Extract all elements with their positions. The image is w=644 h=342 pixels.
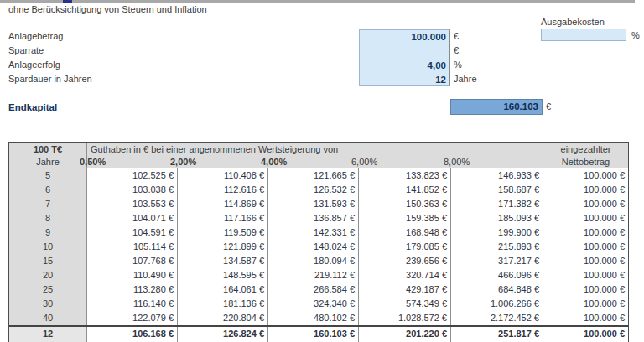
value-cell[interactable]: 171.382 € (451, 197, 543, 211)
value-cell[interactable]: 104.071 € (87, 211, 178, 225)
value-cell[interactable]: 160.103 € (268, 327, 359, 342)
value-cell[interactable]: 100.000 € (543, 240, 628, 254)
value-cell[interactable]: 112.616 € (178, 183, 268, 197)
value-cell[interactable]: 158.687 € (451, 183, 543, 197)
value-cell[interactable]: 168.948 € (359, 225, 451, 240)
value-cell[interactable]: 429.187 € (359, 282, 451, 297)
value-cell[interactable]: 185.093 € (451, 211, 543, 225)
year-cell[interactable]: 7 (9, 197, 87, 211)
year-cell[interactable]: 40 (9, 311, 87, 325)
ausgabekosten-input[interactable] (541, 28, 626, 41)
year-cell[interactable]: 9 (9, 225, 87, 240)
label-anlagebetrag: Anlagebetrag (8, 29, 92, 44)
value-cell[interactable]: 136.857 € (268, 211, 359, 225)
year-cell[interactable]: 15 (9, 254, 87, 268)
value-cell[interactable]: 142.331 € (268, 225, 359, 240)
value-cell[interactable]: 1.028.572 € (359, 311, 451, 325)
year-cell[interactable]: 8 (9, 211, 87, 225)
table-body: 5102.525 €110.408 €121.665 €133.823 €146… (9, 168, 628, 342)
value-cell[interactable]: 100.000 € (543, 168, 628, 183)
value-cell[interactable]: 181.136 € (178, 297, 268, 311)
label-sparrate: Sparrate (8, 44, 92, 58)
value-cell[interactable]: 121.665 € (268, 168, 359, 183)
value-cell[interactable]: 180.094 € (268, 254, 359, 268)
endkapital-result-cell[interactable]: 160.103 (450, 99, 543, 115)
value-cell[interactable]: 159.385 € (359, 211, 451, 225)
value-cell[interactable]: 320.714 € (359, 268, 451, 282)
value-cell[interactable]: 110.408 € (178, 168, 268, 183)
value-cell[interactable]: 146.933 € (451, 168, 543, 183)
value-cell[interactable]: 100.000 € (543, 297, 628, 311)
value-cell[interactable]: 106.168 € (87, 327, 178, 342)
value-cell[interactable]: 105.114 € (87, 240, 178, 254)
value-cell[interactable]: 150.363 € (359, 197, 451, 211)
year-cell[interactable]: 10 (9, 240, 87, 254)
value-cell[interactable]: 251.817 € (451, 327, 543, 342)
value-cell[interactable]: 104.591 € (87, 225, 178, 240)
value-cell[interactable]: 113.280 € (87, 282, 178, 297)
value-cell[interactable]: 239.656 € (359, 254, 451, 268)
value-cell[interactable]: 324.340 € (268, 297, 359, 311)
value-cell[interactable]: 100.000 € (543, 268, 628, 282)
value-cell[interactable]: 100.000 € (543, 225, 628, 240)
value-cell[interactable]: 100.000 € (543, 327, 628, 342)
value-cell[interactable]: 122.079 € (87, 311, 178, 325)
value-cell[interactable]: 100.000 € (543, 197, 628, 211)
spardauer-input[interactable]: 12 (360, 73, 449, 87)
value-cell[interactable]: 100.000 € (543, 282, 628, 297)
anlageerfolg-input[interactable]: 4,00 (360, 59, 449, 73)
value-cell[interactable]: 121.899 € (178, 240, 268, 254)
value-cell[interactable]: 199.900 € (451, 225, 543, 240)
value-cell[interactable]: 103.553 € (87, 197, 178, 211)
unit-euro-1: € (454, 29, 477, 44)
value-cell[interactable]: 126.532 € (268, 183, 359, 197)
value-cell[interactable]: 1.006.266 € (451, 297, 543, 311)
value-cell[interactable]: 215.893 € (451, 240, 543, 254)
value-cell[interactable]: 266.584 € (268, 282, 359, 297)
value-cell[interactable]: 126.824 € (178, 327, 268, 342)
value-cell[interactable]: 317.217 € (451, 254, 543, 268)
table-row: 7103.553 €114.869 €131.593 €150.363 €171… (9, 197, 628, 211)
anlagebetrag-input[interactable]: 100.000 (360, 30, 449, 44)
window-edge-accent (63, 0, 72, 3)
year-cell[interactable]: 12 (9, 327, 87, 342)
table-row: 5102.525 €110.408 €121.665 €133.823 €146… (9, 168, 628, 183)
value-cell[interactable]: 119.509 € (178, 225, 268, 240)
value-cell[interactable]: 100.000 € (543, 311, 628, 325)
year-cell[interactable]: 30 (9, 297, 87, 311)
value-cell[interactable]: 220.804 € (178, 311, 268, 325)
label-ausgabekosten: Ausgabekosten (541, 17, 605, 27)
value-cell[interactable]: 133.823 € (359, 168, 451, 183)
value-cell[interactable]: 219.112 € (268, 268, 359, 282)
value-cell[interactable]: 2.172.452 € (451, 311, 543, 325)
value-cell[interactable]: 574.349 € (359, 297, 451, 311)
value-cell[interactable]: 134.587 € (178, 254, 268, 268)
value-cell[interactable]: 100.000 € (543, 183, 628, 197)
value-cell[interactable]: 466.096 € (451, 268, 543, 282)
value-cell[interactable]: 179.085 € (359, 240, 451, 254)
value-cell[interactable]: 114.869 € (178, 197, 268, 211)
year-cell[interactable]: 6 (9, 183, 87, 197)
year-cell[interactable]: 20 (9, 268, 87, 282)
value-cell[interactable]: 103.038 € (87, 183, 178, 197)
value-cell[interactable]: 110.490 € (87, 268, 178, 282)
value-cell[interactable]: 131.593 € (268, 197, 359, 211)
value-cell[interactable]: 102.525 € (87, 168, 178, 183)
year-cell[interactable]: 25 (9, 282, 87, 297)
value-cell[interactable]: 684.848 € (451, 282, 543, 297)
label-spardauer: Spardauer in Jahren (8, 72, 92, 86)
value-cell[interactable]: 164.061 € (178, 282, 268, 297)
value-cell[interactable]: 201.220 € (359, 327, 451, 342)
value-cell[interactable]: 141.852 € (359, 183, 451, 197)
sparrate-input[interactable] (360, 44, 449, 59)
value-cell[interactable]: 148.024 € (268, 240, 359, 254)
value-cell[interactable]: 107.768 € (87, 254, 178, 268)
jahre-header-cell: Jahre (9, 156, 87, 168)
value-cell[interactable]: 117.166 € (178, 211, 268, 225)
year-cell[interactable]: 5 (9, 168, 87, 183)
value-cell[interactable]: 116.140 € (87, 297, 178, 311)
value-cell[interactable]: 100.000 € (543, 211, 628, 225)
value-cell[interactable]: 480.102 € (268, 311, 359, 325)
value-cell[interactable]: 148.595 € (178, 268, 268, 282)
value-cell[interactable]: 100.000 € (543, 254, 628, 268)
